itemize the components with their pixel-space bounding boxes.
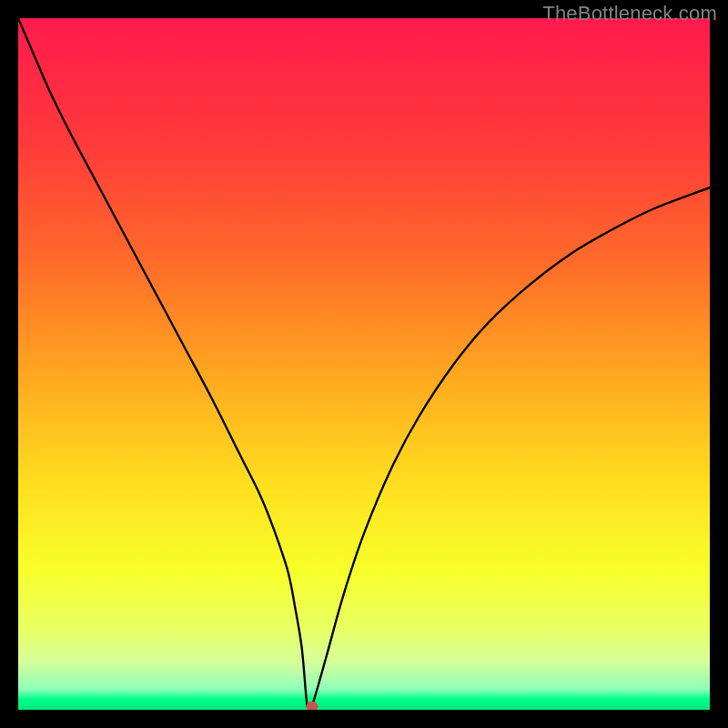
- chart-stage: TheBottleneck.com: [0, 0, 728, 728]
- gradient-bg: [18, 18, 710, 710]
- watermark-text: TheBottleneck.com: [542, 2, 717, 25]
- bottleneck-chart: [18, 18, 710, 710]
